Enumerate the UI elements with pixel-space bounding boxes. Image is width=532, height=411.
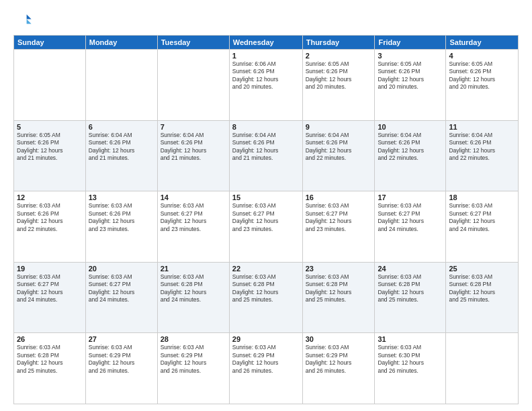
calendar-cell: 18Sunrise: 6:03 AM Sunset: 6:27 PM Dayli… bbox=[446, 191, 519, 263]
day-number: 7 bbox=[161, 123, 226, 131]
weekday-header: Friday bbox=[375, 36, 446, 50]
calendar-cell: 29Sunrise: 6:03 AM Sunset: 6:29 PM Dayli… bbox=[229, 333, 302, 404]
calendar: SundayMondayTuesdayWednesdayThursdayFrid… bbox=[13, 35, 519, 404]
calendar-cell: 10Sunrise: 6:04 AM Sunset: 6:26 PM Dayli… bbox=[375, 120, 446, 191]
day-info: Sunrise: 6:05 AM Sunset: 6:26 PM Dayligh… bbox=[17, 132, 83, 163]
calendar-cell bbox=[14, 50, 86, 121]
day-number: 5 bbox=[17, 123, 83, 131]
day-info: Sunrise: 6:03 AM Sunset: 6:27 PM Dayligh… bbox=[449, 202, 515, 233]
calendar-cell: 6Sunrise: 6:04 AM Sunset: 6:26 PM Daylig… bbox=[85, 120, 157, 191]
day-number: 23 bbox=[306, 265, 372, 273]
page: SundayMondayTuesdayWednesdayThursdayFrid… bbox=[0, 0, 532, 411]
day-number: 8 bbox=[232, 123, 300, 131]
calendar-cell: 3Sunrise: 6:05 AM Sunset: 6:26 PM Daylig… bbox=[375, 50, 446, 121]
calendar-cell: 12Sunrise: 6:03 AM Sunset: 6:26 PM Dayli… bbox=[14, 191, 86, 263]
day-number: 11 bbox=[449, 123, 515, 131]
calendar-cell: 14Sunrise: 6:03 AM Sunset: 6:27 PM Dayli… bbox=[157, 191, 229, 263]
day-info: Sunrise: 6:04 AM Sunset: 6:26 PM Dayligh… bbox=[378, 132, 443, 163]
day-info: Sunrise: 6:03 AM Sunset: 6:28 PM Dayligh… bbox=[378, 273, 443, 304]
weekday-header: Sunday bbox=[14, 36, 86, 50]
day-info: Sunrise: 6:04 AM Sunset: 6:26 PM Dayligh… bbox=[232, 132, 300, 163]
day-info: Sunrise: 6:03 AM Sunset: 6:28 PM Dayligh… bbox=[232, 273, 300, 304]
calendar-week-row: 19Sunrise: 6:03 AM Sunset: 6:27 PM Dayli… bbox=[14, 262, 519, 333]
calendar-cell: 5Sunrise: 6:05 AM Sunset: 6:26 PM Daylig… bbox=[14, 120, 86, 191]
day-number: 24 bbox=[378, 265, 443, 273]
day-number: 29 bbox=[232, 335, 300, 343]
day-info: Sunrise: 6:03 AM Sunset: 6:26 PM Dayligh… bbox=[17, 202, 83, 233]
day-number: 20 bbox=[89, 265, 154, 273]
day-number: 30 bbox=[306, 335, 372, 343]
day-info: Sunrise: 6:03 AM Sunset: 6:29 PM Dayligh… bbox=[306, 344, 372, 375]
header bbox=[13, 11, 519, 30]
calendar-cell: 9Sunrise: 6:04 AM Sunset: 6:26 PM Daylig… bbox=[302, 120, 375, 191]
day-info: Sunrise: 6:03 AM Sunset: 6:28 PM Dayligh… bbox=[449, 273, 515, 304]
weekday-header: Wednesday bbox=[229, 36, 302, 50]
calendar-cell: 17Sunrise: 6:03 AM Sunset: 6:27 PM Dayli… bbox=[375, 191, 446, 263]
calendar-header-row: SundayMondayTuesdayWednesdayThursdayFrid… bbox=[14, 36, 519, 50]
day-info: Sunrise: 6:06 AM Sunset: 6:26 PM Dayligh… bbox=[232, 60, 300, 91]
day-info: Sunrise: 6:03 AM Sunset: 6:27 PM Dayligh… bbox=[89, 273, 154, 304]
calendar-cell: 19Sunrise: 6:03 AM Sunset: 6:27 PM Dayli… bbox=[14, 262, 86, 333]
calendar-cell: 15Sunrise: 6:03 AM Sunset: 6:27 PM Dayli… bbox=[229, 191, 302, 263]
day-number: 3 bbox=[378, 52, 443, 60]
day-number: 2 bbox=[306, 52, 372, 60]
logo bbox=[13, 11, 35, 30]
day-number: 13 bbox=[89, 193, 154, 201]
calendar-cell: 24Sunrise: 6:03 AM Sunset: 6:28 PM Dayli… bbox=[375, 262, 446, 333]
day-number: 15 bbox=[232, 193, 300, 201]
calendar-cell bbox=[446, 333, 519, 404]
svg-marker-1 bbox=[27, 19, 32, 24]
calendar-cell: 28Sunrise: 6:03 AM Sunset: 6:29 PM Dayli… bbox=[157, 333, 229, 404]
calendar-week-row: 1Sunrise: 6:06 AM Sunset: 6:26 PM Daylig… bbox=[14, 50, 519, 121]
calendar-week-row: 26Sunrise: 6:03 AM Sunset: 6:28 PM Dayli… bbox=[14, 333, 519, 404]
day-info: Sunrise: 6:03 AM Sunset: 6:27 PM Dayligh… bbox=[161, 202, 226, 233]
calendar-cell: 30Sunrise: 6:03 AM Sunset: 6:29 PM Dayli… bbox=[302, 333, 375, 404]
day-info: Sunrise: 6:04 AM Sunset: 6:26 PM Dayligh… bbox=[306, 132, 372, 163]
calendar-cell: 31Sunrise: 6:03 AM Sunset: 6:30 PM Dayli… bbox=[375, 333, 446, 404]
day-number: 6 bbox=[89, 123, 154, 131]
day-number: 25 bbox=[449, 265, 515, 273]
calendar-cell: 2Sunrise: 6:05 AM Sunset: 6:26 PM Daylig… bbox=[302, 50, 375, 121]
day-info: Sunrise: 6:04 AM Sunset: 6:26 PM Dayligh… bbox=[89, 132, 154, 163]
day-info: Sunrise: 6:04 AM Sunset: 6:26 PM Dayligh… bbox=[161, 132, 226, 163]
day-number: 4 bbox=[449, 52, 515, 60]
calendar-cell: 27Sunrise: 6:03 AM Sunset: 6:29 PM Dayli… bbox=[85, 333, 157, 404]
day-info: Sunrise: 6:03 AM Sunset: 6:27 PM Dayligh… bbox=[232, 202, 300, 233]
calendar-cell: 16Sunrise: 6:03 AM Sunset: 6:27 PM Dayli… bbox=[302, 191, 375, 263]
day-number: 9 bbox=[306, 123, 372, 131]
day-number: 22 bbox=[232, 265, 300, 273]
day-info: Sunrise: 6:03 AM Sunset: 6:27 PM Dayligh… bbox=[306, 202, 372, 233]
day-number: 28 bbox=[161, 335, 226, 343]
day-number: 10 bbox=[378, 123, 443, 131]
calendar-cell: 13Sunrise: 6:03 AM Sunset: 6:26 PM Dayli… bbox=[85, 191, 157, 263]
calendar-cell: 22Sunrise: 6:03 AM Sunset: 6:28 PM Dayli… bbox=[229, 262, 302, 333]
day-info: Sunrise: 6:04 AM Sunset: 6:26 PM Dayligh… bbox=[449, 132, 515, 163]
day-info: Sunrise: 6:03 AM Sunset: 6:29 PM Dayligh… bbox=[232, 344, 300, 375]
day-number: 31 bbox=[378, 335, 443, 343]
weekday-header: Tuesday bbox=[157, 36, 229, 50]
day-number: 21 bbox=[161, 265, 226, 273]
calendar-cell: 20Sunrise: 6:03 AM Sunset: 6:27 PM Dayli… bbox=[85, 262, 157, 333]
calendar-cell: 8Sunrise: 6:04 AM Sunset: 6:26 PM Daylig… bbox=[229, 120, 302, 191]
weekday-header: Thursday bbox=[302, 36, 375, 50]
calendar-cell: 21Sunrise: 6:03 AM Sunset: 6:28 PM Dayli… bbox=[157, 262, 229, 333]
day-info: Sunrise: 6:03 AM Sunset: 6:28 PM Dayligh… bbox=[306, 273, 372, 304]
day-number: 17 bbox=[378, 193, 443, 201]
day-number: 19 bbox=[17, 265, 83, 273]
day-info: Sunrise: 6:03 AM Sunset: 6:29 PM Dayligh… bbox=[89, 344, 154, 375]
day-number: 27 bbox=[89, 335, 154, 343]
day-info: Sunrise: 6:03 AM Sunset: 6:29 PM Dayligh… bbox=[161, 344, 226, 375]
day-number: 18 bbox=[449, 193, 515, 201]
day-info: Sunrise: 6:03 AM Sunset: 6:28 PM Dayligh… bbox=[17, 344, 83, 375]
calendar-cell: 23Sunrise: 6:03 AM Sunset: 6:28 PM Dayli… bbox=[302, 262, 375, 333]
calendar-cell: 25Sunrise: 6:03 AM Sunset: 6:28 PM Dayli… bbox=[446, 262, 519, 333]
day-info: Sunrise: 6:05 AM Sunset: 6:26 PM Dayligh… bbox=[378, 60, 443, 91]
calendar-week-row: 5Sunrise: 6:05 AM Sunset: 6:26 PM Daylig… bbox=[14, 120, 519, 191]
day-info: Sunrise: 6:03 AM Sunset: 6:26 PM Dayligh… bbox=[89, 202, 154, 233]
day-number: 14 bbox=[161, 193, 226, 201]
calendar-week-row: 12Sunrise: 6:03 AM Sunset: 6:26 PM Dayli… bbox=[14, 191, 519, 263]
day-number: 1 bbox=[232, 52, 300, 60]
calendar-cell: 11Sunrise: 6:04 AM Sunset: 6:26 PM Dayli… bbox=[446, 120, 519, 191]
weekday-header: Monday bbox=[85, 36, 157, 50]
logo-icon bbox=[13, 11, 32, 30]
